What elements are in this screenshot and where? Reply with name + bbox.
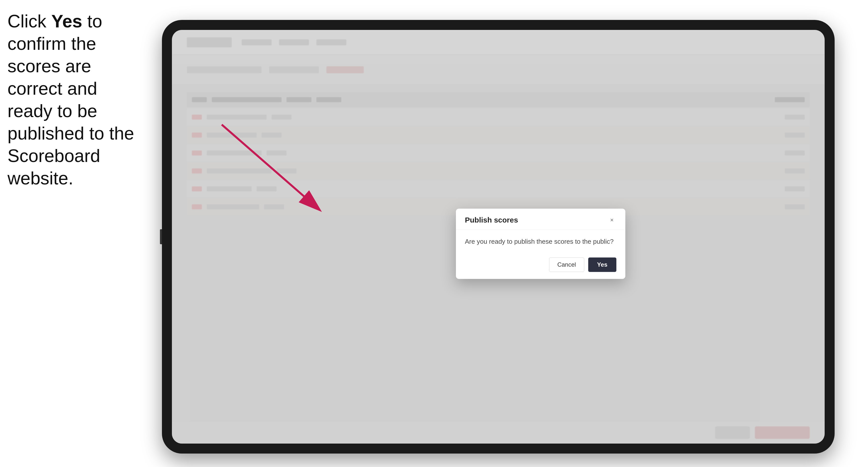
cancel-button[interactable]: Cancel [549, 257, 584, 272]
instruction-text: Click Yes to confirm the scores are corr… [7, 10, 147, 189]
modal-header: Publish scores × [456, 209, 625, 230]
tablet-screen: Publish scores × Are you ready to publis… [172, 30, 825, 443]
modal-close-button[interactable]: × [608, 216, 616, 224]
instruction-prefix: Click [7, 11, 51, 31]
yes-button[interactable]: Yes [588, 257, 616, 272]
instruction-bold: Yes [51, 11, 82, 31]
tablet-device: Publish scores × Are you ready to publis… [162, 20, 835, 454]
publish-scores-modal: Publish scores × Are you ready to publis… [456, 209, 625, 279]
modal-body: Are you ready to publish these scores to… [456, 230, 625, 253]
tablet-side-button [160, 229, 162, 244]
instruction-suffix: to confirm the scores are correct and re… [7, 11, 134, 188]
modal-footer: Cancel Yes [456, 253, 625, 279]
modal-title: Publish scores [465, 216, 518, 224]
